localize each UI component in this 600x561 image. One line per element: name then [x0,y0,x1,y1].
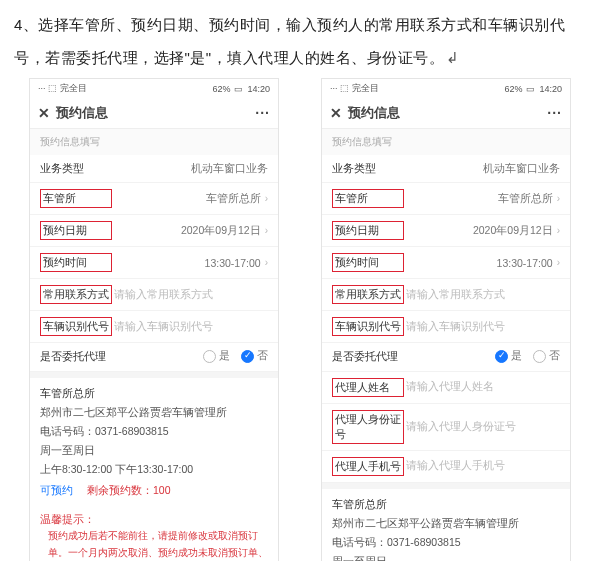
input-contact[interactable]: 请输入常用联系方式 [404,288,560,302]
phone-pair: ··· ⬚ 完全目 62% ▭ 14:20 ✕ 预约信息 ··· 预约信息填写 … [0,78,600,561]
office-days: 周一至周日 [40,441,268,460]
office-hours: 上午8:30-12:00 下午13:30-17:00 [40,460,268,479]
office-info: 车管所总所 郑州市二七区郑平公路贾砦车辆管理所 电话号码：0371-689038… [30,378,278,508]
row-agent-name[interactable]: 代理人姓名 请输入代理人姓名 [322,372,570,404]
office-days: 周一至周日 [332,552,560,561]
more-icon[interactable]: ··· [255,105,270,121]
row-biztype: 业务类型 机动车窗口业务 [322,155,570,183]
instruction-text: 4、选择车管所、预约日期、预约时间，输入预约人的常用联系方式和车辆识别代号，若需… [0,0,600,78]
office-phone: 0371-68903815 [387,536,461,548]
nav-bar: ✕ 预约信息 ··· [322,98,570,129]
return-symbol [444,49,460,66]
office-name: 车管所总所 [40,384,268,404]
phone-label: 电话号码： [332,536,387,548]
label-date: 预约日期 [40,221,112,240]
nav-bar: ✕ 预约信息 ··· [30,98,278,129]
chevron-right-icon: › [265,225,268,236]
chevron-right-icon: › [557,257,560,268]
label-biztype: 业务类型 [332,161,404,176]
battery-icon: ▭ [526,84,535,94]
back-icon[interactable]: ✕ [330,105,342,121]
label-contact: 常用联系方式 [40,285,112,304]
label-vin: 车辆识别代号 [332,317,404,336]
row-time[interactable]: 预约时间 13:30-17:00 › [30,247,278,279]
status-battery: 62% [212,84,230,94]
bookable-link[interactable]: 可预约 [40,481,73,500]
value-date: 2020年09月12日 [112,224,261,238]
tips-body: 预约成功后若不能前往，请提前修改或取消预订单。一个月内两次取消、预约成功未取消预… [30,527,278,561]
page-title: 预约信息 [348,104,400,122]
row-date[interactable]: 预约日期 2020年09月12日 › [30,215,278,247]
label-biztype: 业务类型 [40,161,112,176]
value-time: 13:30-17:00 [112,257,261,269]
radio-no[interactable]: 否 [533,349,560,363]
row-delegate: 是否委托代理 是 否 [322,343,570,372]
row-date[interactable]: 预约日期 2020年09月12日 › [322,215,570,247]
office-info: 车管所总所 郑州市二七区郑平公路贾砦车辆管理所 电话号码：0371-689038… [322,489,570,562]
input-agent-phone[interactable]: 请输入代理人手机号 [404,459,560,473]
office-name: 车管所总所 [332,495,560,515]
section-title: 预约信息填写 [322,129,570,155]
row-delegate: 是否委托代理 是 否 [30,343,278,372]
value-office: 车管所总所 [112,192,261,206]
status-bar: ··· ⬚ 完全目 62% ▭ 14:20 [30,79,278,98]
value-date: 2020年09月12日 [404,224,553,238]
row-contact[interactable]: 常用联系方式 请输入常用联系方式 [322,279,570,311]
status-left: ··· ⬚ 完全目 [330,82,379,95]
status-time: 14:20 [539,84,562,94]
chevron-right-icon: › [557,193,560,204]
status-time: 14:20 [247,84,270,94]
phone-right: ··· ⬚ 完全目 62% ▭ 14:20 ✕ 预约信息 ··· 预约信息填写 … [321,78,571,561]
label-agent-id: 代理人身份证号 [332,410,404,444]
label-vin: 车辆识别代号 [40,317,112,336]
label-office: 车管所 [40,189,112,208]
office-address: 郑州市二七区郑平公路贾砦车辆管理所 [332,514,560,533]
office-phone: 0371-68903815 [95,425,169,437]
input-vin[interactable]: 请输入车辆识别代号 [112,320,268,334]
status-bar: ··· ⬚ 完全目 62% ▭ 14:20 [322,79,570,98]
label-delegate: 是否委托代理 [40,349,112,364]
label-agent-name: 代理人姓名 [332,378,404,397]
chevron-right-icon: › [265,193,268,204]
input-agent-id[interactable]: 请输入代理人身份证号 [404,420,560,434]
battery-icon: ▭ [234,84,243,94]
radio-yes[interactable]: 是 [203,349,230,363]
tips-title: 温馨提示： [30,508,278,527]
back-icon[interactable]: ✕ [38,105,50,121]
label-time: 预约时间 [332,253,404,272]
label-contact: 常用联系方式 [332,285,404,304]
phone-left: ··· ⬚ 完全目 62% ▭ 14:20 ✕ 预约信息 ··· 预约信息填写 … [29,78,279,561]
row-vin[interactable]: 车辆识别代号 请输入车辆识别代号 [30,311,278,343]
radio-no[interactable]: 否 [241,349,268,363]
status-left: ··· ⬚ 完全目 [38,82,87,95]
section-title: 预约信息填写 [30,129,278,155]
row-contact[interactable]: 常用联系方式 请输入常用联系方式 [30,279,278,311]
input-contact[interactable]: 请输入常用联系方式 [112,288,268,302]
value-biztype: 机动车窗口业务 [404,162,560,176]
label-date: 预约日期 [332,221,404,240]
label-time: 预约时间 [40,253,112,272]
page-title: 预约信息 [56,104,108,122]
value-biztype: 机动车窗口业务 [112,162,268,176]
radio-yes[interactable]: 是 [495,349,522,363]
label-office: 车管所 [332,189,404,208]
phone-label: 电话号码： [40,425,95,437]
row-office[interactable]: 车管所 车管所总所 › [322,183,570,215]
status-battery: 62% [504,84,522,94]
label-delegate: 是否委托代理 [332,349,404,364]
row-agent-phone[interactable]: 代理人手机号 请输入代理人手机号 [322,451,570,483]
remain-count: 剩余预约数：100 [87,481,171,500]
input-agent-name[interactable]: 请输入代理人姓名 [404,380,560,394]
row-agent-id[interactable]: 代理人身份证号 请输入代理人身份证号 [322,404,570,451]
chevron-right-icon: › [557,225,560,236]
row-biztype: 业务类型 机动车窗口业务 [30,155,278,183]
label-agent-phone: 代理人手机号 [332,457,404,476]
more-icon[interactable]: ··· [547,105,562,121]
office-address: 郑州市二七区郑平公路贾砦车辆管理所 [40,403,268,422]
row-office[interactable]: 车管所 车管所总所 › [30,183,278,215]
input-vin[interactable]: 请输入车辆识别代号 [404,320,560,334]
row-vin[interactable]: 车辆识别代号 请输入车辆识别代号 [322,311,570,343]
chevron-right-icon: › [265,257,268,268]
value-office: 车管所总所 [404,192,553,206]
row-time[interactable]: 预约时间 13:30-17:00 › [322,247,570,279]
